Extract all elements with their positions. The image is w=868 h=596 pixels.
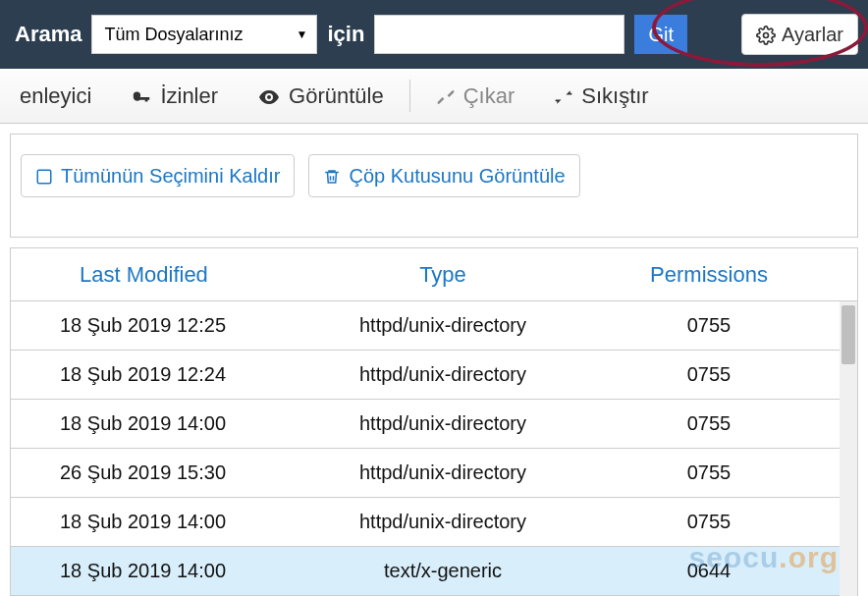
gear-icon [756, 24, 776, 46]
scrollbar[interactable] [840, 301, 857, 596]
cell-type: text/x-generic [296, 560, 590, 582]
cell-type: httpd/unix-directory [296, 363, 590, 386]
cell-permissions: 0755 [590, 461, 857, 484]
settings-label: Ayarlar [782, 24, 843, 46]
compress-icon [554, 83, 573, 109]
header-type[interactable]: Type [296, 262, 590, 288]
extract-label: Çıkar [463, 83, 515, 109]
deselect-label: Tümünün Seçimini Kaldır [61, 165, 280, 188]
file-table: Last Modified Type Permissions 18 Şub 20… [10, 247, 858, 596]
toolbar-compress[interactable]: Sıkıştır [534, 69, 668, 123]
key-icon [131, 83, 152, 109]
cell-modified: 18 Şub 2019 12:24 [11, 363, 296, 386]
cell-permissions: 0644 [590, 560, 857, 582]
toolbar-editor[interactable]: enleyici [0, 69, 111, 123]
svg-point-0 [764, 33, 769, 38]
actionbar-wrap: Tümünün Seçimini Kaldır Çöp Kutusunu Gör… [0, 124, 868, 247]
table-row[interactable]: 18 Şub 2019 14:00httpd/unix-directory075… [11, 498, 857, 547]
cell-type: httpd/unix-directory [296, 511, 590, 533]
cell-modified: 18 Şub 2019 14:00 [11, 412, 296, 435]
settings-button[interactable]: Ayarlar [741, 14, 858, 55]
cell-type: httpd/unix-directory [296, 461, 590, 484]
cell-modified: 18 Şub 2019 14:00 [11, 560, 296, 582]
toolbar-view[interactable]: Görüntüle [238, 69, 404, 123]
svg-rect-1 [37, 170, 51, 184]
file-select-wrap: Tüm Dosyalarınız ▼ [91, 15, 317, 54]
cell-type: httpd/unix-directory [296, 412, 590, 435]
for-label: için [327, 22, 364, 47]
checkbox-icon [35, 165, 53, 188]
trash-icon [323, 165, 341, 188]
table-row[interactable]: 26 Şub 2019 15:30httpd/unix-directory075… [11, 449, 857, 498]
top-search-bar: Arama Tüm Dosyalarınız ▼ için Git Ayarla… [0, 0, 868, 69]
trash-label: Çöp Kutusunu Görüntüle [349, 165, 565, 188]
toolbar-extract[interactable]: Çıkar [416, 69, 535, 123]
compress-label: Sıkıştır [581, 83, 648, 109]
table-row[interactable]: 18 Şub 2019 14:00httpd/unix-directory075… [11, 400, 857, 449]
search-label: Arama [15, 22, 81, 47]
cell-type: httpd/unix-directory [296, 314, 590, 337]
scrollbar-thumb[interactable] [841, 305, 855, 364]
search-input[interactable] [374, 15, 624, 54]
view-label: Görüntüle [289, 83, 384, 109]
cell-modified: 18 Şub 2019 14:00 [11, 511, 296, 533]
action-bar: Tümünün Seçimini Kaldır Çöp Kutusunu Gör… [10, 134, 858, 238]
deselect-all-button[interactable]: Tümünün Seçimini Kaldır [21, 154, 295, 197]
cell-permissions: 0755 [590, 511, 857, 533]
table-row[interactable]: 18 Şub 2019 12:25httpd/unix-directory075… [11, 301, 857, 351]
toolbar: enleyici İzinler Görüntüle Çıkar Sıkıştı… [0, 69, 868, 124]
toolbar-permissions[interactable]: İzinler [111, 69, 238, 123]
table-row[interactable]: 18 Şub 2019 12:24httpd/unix-directory075… [11, 351, 857, 400]
cell-permissions: 0755 [590, 363, 857, 386]
table-header: Last Modified Type Permissions [11, 248, 857, 301]
cell-permissions: 0755 [590, 314, 857, 337]
cell-permissions: 0755 [590, 412, 857, 435]
table-row[interactable]: 18 Şub 2019 14:00text/x-generic0644 [11, 547, 857, 596]
search-go-button[interactable]: Git [634, 15, 687, 54]
permissions-label: İzinler [160, 83, 218, 109]
cell-modified: 18 Şub 2019 12:25 [11, 314, 296, 337]
eye-icon [257, 82, 281, 108]
header-modified[interactable]: Last Modified [11, 262, 296, 288]
header-permissions[interactable]: Permissions [590, 262, 857, 288]
editor-label: enleyici [20, 83, 91, 109]
view-trash-button[interactable]: Çöp Kutusunu Görüntüle [308, 154, 579, 197]
cell-modified: 26 Şub 2019 15:30 [11, 461, 296, 484]
toolbar-separator [409, 80, 410, 112]
expand-icon [436, 83, 456, 109]
file-scope-select[interactable]: Tüm Dosyalarınız [91, 15, 317, 54]
table-body: 18 Şub 2019 12:25httpd/unix-directory075… [11, 301, 857, 596]
